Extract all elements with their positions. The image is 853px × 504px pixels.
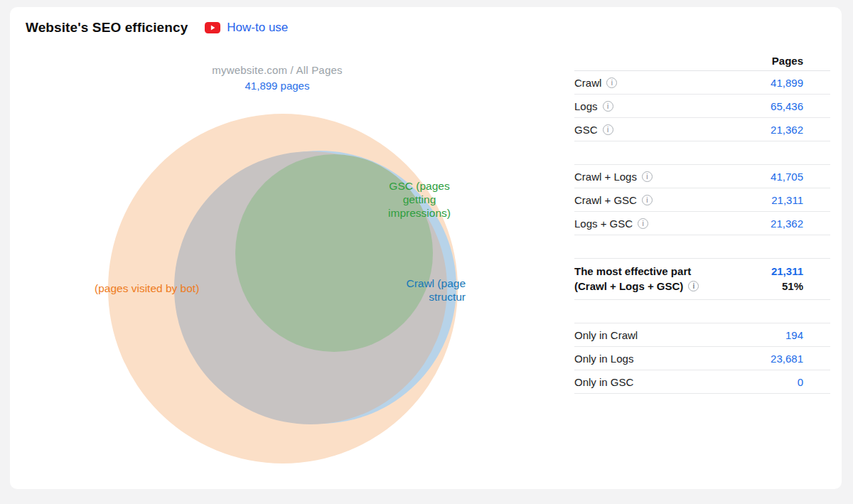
info-icon[interactable] (642, 195, 653, 205)
row-value[interactable]: 21,362 (771, 124, 830, 136)
row-value[interactable]: 41,705 (771, 171, 830, 183)
venn-diagram: mywebsite.com / All Pages 41,899 pages G… (26, 50, 466, 481)
row-label: Only in Crawl (574, 329, 638, 341)
youtube-icon (205, 22, 220, 33)
row-label: Crawl + GSC (574, 194, 637, 206)
row-label: Crawl (574, 77, 601, 89)
gsc-circle[interactable] (235, 154, 433, 352)
table-row: Only in Logs 23,681 (574, 347, 830, 370)
pages-column-header: Pages (574, 51, 830, 71)
row-value[interactable]: 0 (798, 376, 830, 388)
row-label: Only in GSC (574, 376, 633, 388)
table-row: GSC 21,362 (574, 118, 830, 141)
effective-value[interactable]: 21,311 (771, 264, 803, 279)
row-value[interactable]: 21,311 (771, 194, 830, 206)
card-header: Website's SEO efficiency How-to use (26, 20, 288, 36)
table-group-pairs: Crawl + Logs 41,705 Crawl + GSC 21,311 L… (574, 164, 830, 235)
row-value[interactable]: 41,899 (771, 77, 830, 89)
effective-label-line1: The most effective part (574, 264, 699, 279)
table-row: Logs 65,436 (574, 95, 830, 118)
row-label: Only in Logs (574, 353, 633, 365)
table-group-exclusive: Only in Crawl 194 Only in Logs 23,681 On… (574, 323, 830, 394)
info-icon[interactable] (638, 218, 648, 229)
info-icon[interactable] (642, 171, 653, 182)
table-row: Crawl + Logs 41,705 (574, 165, 830, 188)
table-row: Crawl 41,899 (574, 71, 830, 95)
info-icon[interactable] (688, 281, 699, 291)
table-row: Crawl + GSC 21,311 (574, 188, 830, 212)
info-icon[interactable] (603, 124, 613, 135)
howto-label: How-to use (227, 21, 288, 35)
info-icon[interactable] (603, 101, 613, 112)
table-row: Only in GSC 0 (574, 370, 830, 394)
row-label: Logs + GSC (574, 218, 633, 230)
pages-stats-table: Pages Crawl 41,899 Logs 65,436 GSC 21,36… (574, 51, 830, 394)
row-value[interactable]: 65,436 (771, 100, 830, 112)
table-row: Only in Crawl 194 (574, 323, 830, 347)
seo-efficiency-card: Website's SEO efficiency How-to use mywe… (10, 7, 842, 489)
effective-percent: 51% (771, 279, 803, 294)
page-title: Website's SEO efficiency (26, 20, 188, 36)
howto-link[interactable]: How-to use (205, 21, 288, 35)
row-value[interactable]: 23,681 (771, 353, 830, 365)
most-effective-part-row: The most effective part (Crawl + Logs + … (574, 258, 830, 300)
effective-label-line2: (Crawl + Logs + GSC) (574, 279, 683, 294)
row-value[interactable]: 194 (785, 329, 830, 341)
info-icon[interactable] (606, 77, 617, 88)
row-label: Crawl + Logs (574, 171, 637, 183)
row-label: GSC (574, 124, 598, 136)
table-group-sources: Crawl 41,899 Logs 65,436 GSC 21,362 (574, 71, 830, 141)
table-row: Logs + GSC 21,362 (574, 212, 830, 235)
row-label: Logs (574, 100, 598, 112)
row-value[interactable]: 21,362 (771, 218, 830, 230)
